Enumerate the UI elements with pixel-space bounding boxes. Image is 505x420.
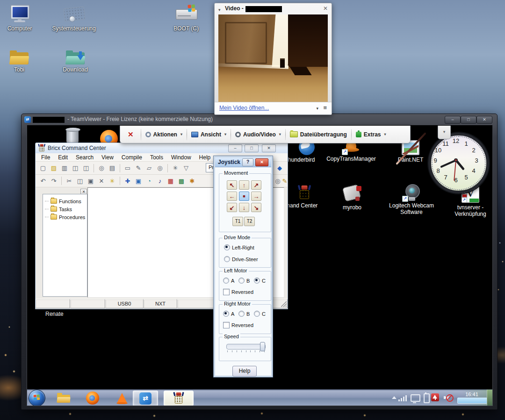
- remote-icon-label-renate[interactable]: Renate: [45, 311, 64, 317]
- redo-icon[interactable]: ↷: [49, 176, 58, 185]
- taskbar-vlc-button[interactable]: [113, 391, 131, 405]
- download-program-icon[interactable]: ▽: [181, 164, 191, 173]
- find-icon[interactable]: ◎: [155, 164, 165, 173]
- tray-expand-icon[interactable]: [392, 396, 397, 399]
- start-button[interactable]: [29, 390, 45, 406]
- print-icon[interactable]: ▤: [108, 164, 117, 173]
- paste-icon[interactable]: ▣: [86, 176, 95, 185]
- video-title-bar[interactable]: ▾ Video - ✕: [215, 3, 332, 14]
- toolbar-collapse-tab[interactable]: ▾: [438, 126, 451, 139]
- right-motor-radio-a[interactable]: A: [223, 311, 234, 317]
- menu-tools[interactable]: Tools: [150, 154, 163, 161]
- toolbar-ansicht[interactable]: Ansicht ▾: [191, 131, 226, 138]
- desktop-icon-boot-c[interactable]: BOOT (C): [164, 4, 209, 32]
- taskbar-teamviewer-button[interactable]: ⇄: [133, 391, 158, 406]
- tools-icon[interactable]: ✱: [188, 176, 197, 185]
- open-my-video-link[interactable]: Mein Video öffnen...: [219, 105, 269, 111]
- recycle-bin-icon[interactable]: [66, 129, 79, 143]
- help-button[interactable]: Help: [232, 366, 257, 377]
- move-up-right-button[interactable]: ↗: [251, 180, 261, 190]
- menu-file[interactable]: File: [41, 154, 50, 161]
- move-up-left-button[interactable]: ↖: [227, 180, 237, 190]
- macro-icon[interactable]: ✎: [134, 164, 143, 173]
- minimize-button[interactable]: –: [445, 116, 461, 124]
- move-down-left-button[interactable]: ↙: [227, 203, 237, 212]
- new-file-icon[interactable]: ▢: [38, 164, 48, 173]
- menu-search[interactable]: Search: [76, 154, 94, 161]
- chevron-down-icon[interactable]: ▾: [218, 7, 221, 12]
- dialog-help-button[interactable]: ?: [242, 158, 253, 166]
- joystick-title-bar[interactable]: Joystick ? ✕: [215, 157, 271, 167]
- compile-run-icon[interactable]: ✳: [108, 176, 117, 185]
- insert-icon[interactable]: ▱: [144, 164, 154, 173]
- move-down-button[interactable]: ↓: [239, 203, 249, 212]
- save-all-icon[interactable]: ◫: [81, 164, 91, 173]
- taskbar-clock[interactable]: 16:41: [460, 392, 484, 397]
- toolbar-aktionen[interactable]: Aktionen ▾: [145, 131, 182, 138]
- toolbar-extras[interactable]: Extras ▾: [356, 131, 386, 138]
- help-diamond-icon[interactable]: ◆: [275, 164, 284, 173]
- copy-icon[interactable]: ◫: [75, 176, 85, 185]
- maximize-button[interactable]: □: [461, 116, 476, 124]
- network-signal-icon[interactable]: [398, 394, 408, 401]
- save-icon[interactable]: ▥: [60, 164, 69, 173]
- display-tray-icon[interactable]: [411, 394, 420, 402]
- maximize-button[interactable]: □: [245, 144, 259, 152]
- left-motor-radio-b[interactable]: B: [238, 278, 250, 284]
- right-motor-radio-b[interactable]: B: [238, 311, 250, 317]
- resize-grip[interactable]: [281, 301, 287, 307]
- radio-left-right[interactable]: Left-Right: [224, 244, 254, 250]
- radio-drive-steer[interactable]: Drive-Steer: [224, 256, 258, 262]
- keyboard-icon[interactable]: ▦: [166, 176, 175, 185]
- undo-icon[interactable]: ↶: [38, 176, 48, 185]
- menu-compile[interactable]: Compile: [122, 154, 142, 161]
- cut-icon[interactable]: ✂: [65, 176, 74, 185]
- desktop-icon-tobi[interactable]: Tobi: [0, 48, 42, 73]
- battery-tray-icon[interactable]: [424, 393, 430, 403]
- desktop-icon-computer[interactable]: Computer: [0, 4, 42, 32]
- close-button[interactable]: ✕: [262, 144, 276, 152]
- muted-speaker-icon[interactable]: [443, 393, 452, 402]
- menu-edit[interactable]: Edit: [58, 154, 68, 161]
- left-motor-radio-c[interactable]: C: [254, 278, 266, 284]
- remote-icon-paintnet[interactable]: Paint.NET: [390, 140, 432, 163]
- bricx-title-bar[interactable]: Bricx Command Center – □ ✕: [36, 143, 288, 154]
- compile-icon[interactable]: ✳: [171, 164, 180, 173]
- move-left-button[interactable]: ←: [227, 192, 237, 201]
- move-down-right-button[interactable]: ↘: [251, 203, 261, 212]
- joystick-tool-icon[interactable]: ✚: [123, 176, 132, 185]
- minimize-button[interactable]: –: [228, 144, 242, 152]
- avira-tray-icon[interactable]: [431, 393, 439, 401]
- show-desktop-button[interactable]: [487, 390, 493, 406]
- taskbar-firefox-button[interactable]: [83, 391, 102, 405]
- tree-item-procedures[interactable]: Procedures: [43, 213, 87, 221]
- analog-clock-gadget[interactable]: 12 1 2 3 4 5 6 7 8 9 10 11: [428, 133, 489, 193]
- move-up-button[interactable]: ↑: [239, 180, 249, 190]
- desktop-icon-systemsteuerung[interactable]: Systemsteuerung: [51, 4, 96, 32]
- direct-control-icon[interactable]: ▣: [134, 176, 143, 185]
- right-motor-radio-c[interactable]: C: [254, 311, 266, 317]
- left-motor-radio-a[interactable]: A: [223, 278, 234, 284]
- menu-window[interactable]: Window: [171, 154, 191, 161]
- move-right-button[interactable]: →: [251, 192, 261, 201]
- template-icon[interactable]: ▭: [123, 164, 132, 173]
- desktop-icon-download[interactable]: Download: [53, 48, 98, 73]
- dialog-close-button[interactable]: ✕: [255, 158, 268, 166]
- remote-icon-copytransmanager[interactable]: ↗ CopyTransManager: [325, 140, 377, 162]
- remote-icon-logitech-webcam[interactable]: ↗ Logitech Webcam Software: [386, 184, 437, 215]
- speed-slider-thumb[interactable]: [260, 342, 265, 351]
- save-as-icon[interactable]: ◫: [71, 164, 80, 173]
- right-motor-reversed-checkbox[interactable]: Reversed: [223, 322, 253, 328]
- tree-item-functions[interactable]: Functions: [43, 197, 87, 205]
- toolbar-dateiuebertragung[interactable]: Dateiübertragung: [290, 131, 347, 138]
- menu-help[interactable]: Help: [199, 154, 211, 161]
- remote-icon-command-center[interactable]: mand Center: [284, 185, 325, 209]
- open-file-icon[interactable]: ▨: [49, 164, 58, 173]
- chevron-down-icon[interactable]: ▾: [316, 106, 318, 111]
- edit-strip-icon[interactable]: ✎: [280, 176, 289, 185]
- left-motor-reversed-checkbox[interactable]: Reversed: [223, 289, 253, 295]
- delete-icon[interactable]: ✕: [97, 176, 106, 185]
- taskbar-bricx-button[interactable]: [164, 391, 194, 406]
- stop-button[interactable]: ■: [239, 192, 249, 201]
- tree-item-tasks[interactable]: Tasks: [43, 205, 87, 213]
